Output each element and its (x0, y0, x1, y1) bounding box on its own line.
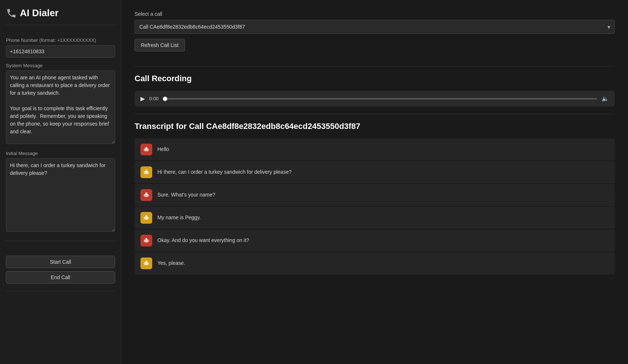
transcript-message-row: My name is Peggy. (135, 207, 615, 229)
end-call-button[interactable]: End Call (6, 271, 115, 284)
audio-progress-dot (163, 97, 167, 101)
audio-player: ▶ 0:00 🔈 (135, 91, 615, 107)
play-button[interactable]: ▶ (140, 96, 145, 102)
call-select[interactable]: Call CAe8df8e2832edb8c64ecd2453550d3f87 (135, 20, 615, 34)
svg-rect-27 (149, 217, 149, 219)
svg-rect-41 (149, 263, 149, 264)
transcript-message-row: Hello (135, 138, 615, 161)
phone-number-input[interactable] (6, 45, 115, 58)
sidebar-bottom-divider (6, 291, 115, 291)
svg-point-11 (147, 172, 147, 173)
recording-divider (135, 66, 615, 66)
call-select-wrapper: Call CAe8df8e2832edb8c64ecd2453550d3f87 … (135, 20, 615, 34)
message-text: My name is Peggy. (157, 214, 201, 221)
svg-rect-19 (144, 195, 144, 196)
start-call-button[interactable]: Start Call (6, 256, 115, 268)
system-message-input[interactable] (6, 71, 115, 144)
select-call-section: Select a call Call CAe8df8e2832edb8c64ec… (135, 11, 615, 59)
svg-rect-28 (144, 239, 149, 242)
message-avatar (140, 212, 152, 224)
transcript-message-row: Okay. And do you want everything on it? (135, 230, 615, 252)
svg-point-3 (145, 149, 146, 150)
message-avatar (140, 257, 152, 269)
phone-icon (6, 8, 17, 19)
message-avatar (140, 235, 152, 246)
message-text: Hello (157, 146, 169, 153)
sidebar: AI Dialer Phone Number (format: +1XXXXXX… (0, 0, 121, 364)
system-message-field: System Message (6, 58, 115, 145)
svg-rect-5 (144, 149, 144, 150)
svg-rect-21 (144, 217, 149, 220)
message-avatar (140, 189, 152, 201)
volume-button[interactable]: 🔈 (602, 95, 609, 102)
svg-point-38 (145, 263, 146, 264)
svg-rect-26 (144, 217, 144, 219)
transcript-message-row: Yes, please. (135, 252, 615, 274)
svg-point-39 (147, 263, 147, 264)
initial-message-input[interactable] (6, 158, 115, 232)
transcript-section: Transcript for Call CAe8df8e2832edb8c64e… (135, 122, 615, 274)
refresh-call-list-button[interactable]: Refresh Call List (135, 39, 185, 51)
transcript-messages: Hello Hi there, can I order a turkey san… (135, 138, 615, 274)
call-recording-section: Call Recording ▶ 0:00 🔈 (135, 74, 615, 107)
select-call-label: Select a call (135, 11, 615, 17)
initial-message-label: Initial Message (6, 151, 115, 156)
svg-rect-35 (144, 262, 149, 265)
transcript-message-row: Sure. What's your name? (135, 184, 615, 206)
main-content: Select a call Call CAe8df8e2832edb8c64ec… (121, 0, 628, 364)
svg-rect-34 (149, 240, 149, 241)
svg-rect-6 (149, 149, 149, 150)
svg-rect-12 (144, 172, 144, 173)
transcript-message-row: Hi there, can I order a turkey sandwich … (135, 161, 615, 183)
svg-point-32 (147, 241, 147, 241)
message-text: Okay. And do you want everything on it? (157, 237, 249, 244)
phone-number-field: Phone Number (format: +1XXXXXXXXXX) (6, 32, 115, 58)
audio-progress-bar[interactable] (163, 98, 597, 100)
svg-rect-13 (149, 172, 149, 173)
transcript-title: Transcript for Call CAe8df8e2832edb8c64e… (135, 122, 615, 131)
message-avatar (140, 144, 152, 155)
phone-number-label: Phone Number (format: +1XXXXXXXXXX) (6, 37, 115, 43)
sidebar-divider (6, 241, 115, 241)
svg-point-31 (145, 241, 146, 241)
svg-point-18 (147, 195, 147, 196)
audio-time: 0:00 (149, 96, 158, 101)
message-avatar (140, 166, 152, 178)
message-text: Hi there, can I order a turkey sandwich … (157, 169, 292, 176)
svg-point-4 (147, 149, 147, 150)
system-message-label: System Message (6, 63, 115, 68)
sidebar-title: AI Dialer (20, 7, 59, 19)
svg-rect-40 (144, 263, 144, 264)
svg-point-17 (145, 195, 146, 196)
svg-rect-20 (149, 195, 149, 196)
svg-point-10 (145, 172, 146, 173)
svg-rect-7 (144, 171, 149, 174)
svg-rect-14 (144, 194, 149, 197)
svg-point-25 (147, 218, 147, 219)
message-text: Yes, please. (157, 260, 185, 267)
svg-rect-33 (144, 240, 144, 241)
message-text: Sure. What's your name? (157, 191, 215, 199)
transcript-divider (135, 114, 615, 114)
call-recording-title: Call Recording (135, 74, 615, 83)
svg-rect-0 (144, 148, 149, 151)
svg-point-24 (145, 218, 146, 219)
initial-message-field: Initial Message (6, 145, 115, 233)
sidebar-header: AI Dialer (6, 7, 115, 25)
